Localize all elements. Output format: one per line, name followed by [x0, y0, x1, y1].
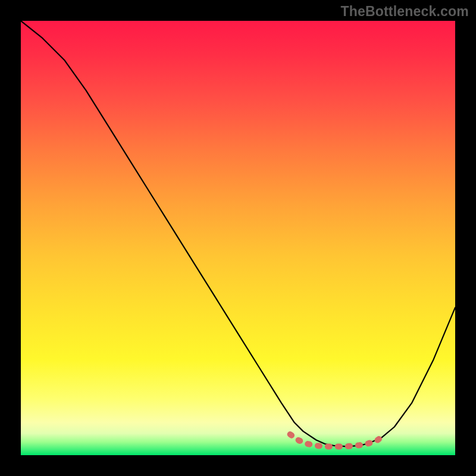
- bottleneck-curve: [21, 21, 455, 446]
- chart-frame: TheBottleneck.com: [0, 0, 476, 476]
- bottom-red-band: [290, 434, 386, 446]
- watermark-text: TheBottleneck.com: [340, 4, 469, 20]
- plot-area: [21, 21, 455, 455]
- curve-layer: [21, 21, 455, 455]
